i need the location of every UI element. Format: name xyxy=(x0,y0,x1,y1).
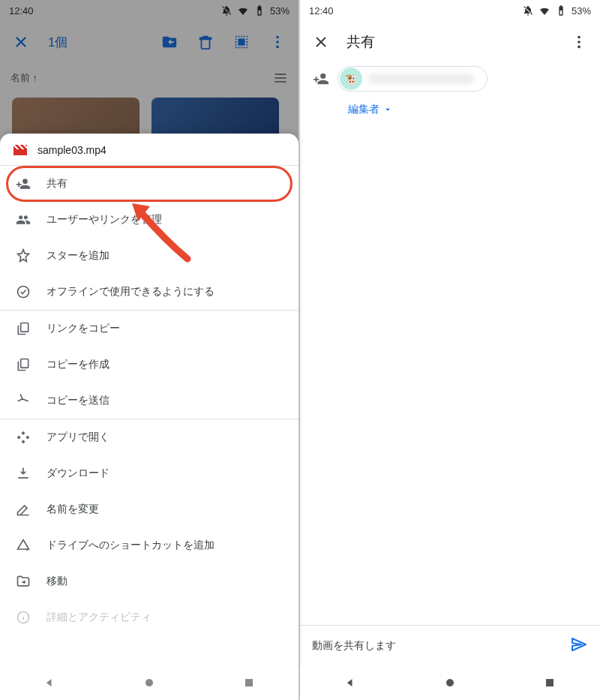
copy-link-icon xyxy=(15,320,32,337)
menu-share[interactable]: 共有 xyxy=(0,166,298,202)
send-button[interactable] xyxy=(570,635,588,656)
person-add-icon xyxy=(312,70,330,88)
sheet-file-name: sample03.mp4 xyxy=(38,144,106,156)
drive-shortcut-icon xyxy=(15,537,32,554)
offline-icon xyxy=(15,284,32,300)
svg-point-12 xyxy=(578,46,580,49)
menu-open-with[interactable]: アプリで開く xyxy=(0,419,298,455)
svg-point-10 xyxy=(578,36,580,39)
phone-left: 12:40 53% 1個 名前 ↑ xyxy=(0,0,300,700)
file-actions-sheet: sample03.mp4 共有 ユーザーやリンクを管理 スターを追加 オフライン… xyxy=(0,134,298,700)
status-time: 12:40 xyxy=(309,5,334,17)
svg-rect-5 xyxy=(21,323,28,332)
menu-manage-access[interactable]: ユーザーやリンクを管理 xyxy=(0,202,298,238)
close-button[interactable] xyxy=(306,27,336,57)
nav-home-icon[interactable] xyxy=(442,675,458,690)
menu-send-copy[interactable]: コピーを送信 xyxy=(0,383,298,419)
phone-right: 12:40 53% 共有 🐮 編集者 動画を共有します xyxy=(300,0,600,700)
menu-add-star[interactable]: スターを追加 xyxy=(0,238,298,274)
bell-off-icon xyxy=(522,5,534,17)
menu-label: コピーを作成 xyxy=(46,358,110,371)
copy-icon xyxy=(15,356,32,373)
nav-back-icon[interactable] xyxy=(343,675,358,690)
svg-point-4 xyxy=(18,287,29,298)
nav-recent-icon[interactable] xyxy=(542,675,557,690)
svg-point-11 xyxy=(578,41,580,44)
download-icon xyxy=(15,465,32,482)
menu-label: 移動 xyxy=(46,575,68,588)
menu-move[interactable]: 移動 xyxy=(0,563,298,599)
menu-label: アプリで開く xyxy=(46,431,110,444)
people-input-row: 🐮 xyxy=(300,63,600,96)
svg-rect-9 xyxy=(245,679,253,686)
android-navbar xyxy=(0,665,298,700)
person-add-icon xyxy=(15,176,32,192)
svg-point-8 xyxy=(146,679,153,686)
menu-label: コピーを送信 xyxy=(46,394,110,407)
menu-label: ユーザーやリンクを管理 xyxy=(46,213,162,227)
menu-make-copy[interactable]: コピーを作成 xyxy=(0,347,298,383)
video-file-icon xyxy=(14,145,27,155)
svg-rect-14 xyxy=(546,679,554,686)
folder-move-icon xyxy=(15,573,32,590)
svg-rect-6 xyxy=(21,359,28,368)
menu-label: リンクをコピー xyxy=(46,322,120,335)
wifi-icon xyxy=(538,5,550,17)
menu-details[interactable]: 詳細とアクティビティ xyxy=(0,599,298,635)
role-label: 編集者 xyxy=(348,103,380,116)
share-footer: 動画を共有します xyxy=(300,625,600,665)
avatar: 🐮 xyxy=(340,68,362,90)
recipient-name-redacted xyxy=(368,74,473,84)
nav-back-icon[interactable] xyxy=(42,675,57,690)
menu-label: 共有 xyxy=(46,177,68,191)
menu-label: ダウンロード xyxy=(46,467,110,480)
status-bar: 12:40 53% xyxy=(300,0,600,21)
caret-down-icon xyxy=(382,104,393,115)
menu-offline[interactable]: オフラインで使用できるようにする xyxy=(0,274,298,310)
android-navbar xyxy=(300,665,600,700)
menu-label: 名前を変更 xyxy=(46,503,99,516)
recipient-chip[interactable]: 🐮 xyxy=(338,66,488,92)
menu-rename[interactable]: 名前を変更 xyxy=(0,491,298,527)
menu-copy-link[interactable]: リンクをコピー xyxy=(0,311,298,347)
share-appbar: 共有 xyxy=(300,21,600,63)
svg-point-13 xyxy=(446,679,454,686)
menu-add-shortcut[interactable]: ドライブへのショートカットを追加 xyxy=(0,527,298,563)
edit-icon xyxy=(15,501,32,518)
menu-download[interactable]: ダウンロード xyxy=(0,455,298,491)
role-dropdown[interactable]: 編集者 xyxy=(348,103,393,116)
send-icon xyxy=(15,392,32,409)
status-battery-pct: 53% xyxy=(572,5,591,17)
apps-icon xyxy=(15,429,32,446)
star-icon xyxy=(15,248,32,264)
menu-label: ドライブへのショートカットを追加 xyxy=(46,539,214,552)
nav-recent-icon[interactable] xyxy=(242,675,256,690)
more-button[interactable] xyxy=(564,27,594,57)
menu-label: オフラインで使用できるようにする xyxy=(46,285,214,299)
message-input[interactable]: 動画を共有します xyxy=(312,639,396,653)
battery-icon xyxy=(555,5,567,17)
nav-home-icon[interactable] xyxy=(142,675,157,690)
menu-label: スターを追加 xyxy=(46,249,110,263)
appbar-title: 共有 xyxy=(346,32,554,52)
people-icon xyxy=(15,212,32,228)
info-icon xyxy=(15,609,32,626)
menu-label: 詳細とアクティビティ xyxy=(46,611,152,624)
